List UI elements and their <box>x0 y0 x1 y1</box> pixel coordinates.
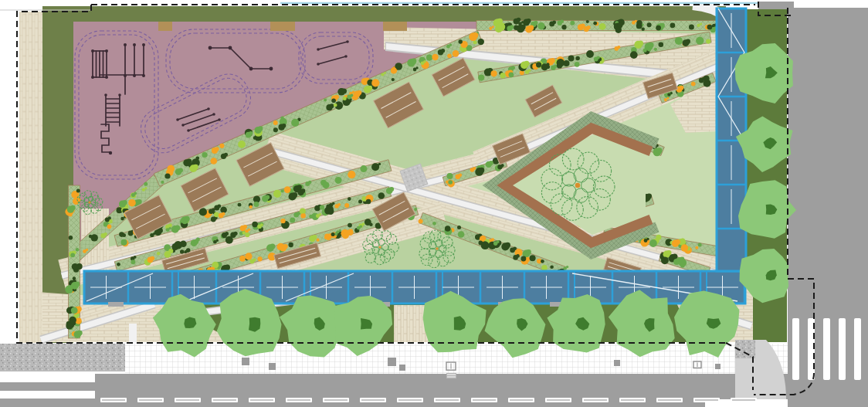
shrub-blob <box>473 32 478 38</box>
shrub-blob <box>292 192 297 198</box>
lane-dash-inner <box>361 399 385 400</box>
stippled-sidewalk <box>0 344 125 371</box>
shrub-blob <box>224 153 228 157</box>
shrub-blob <box>222 212 225 216</box>
shrub-blob <box>656 235 661 240</box>
furniture-solid <box>242 358 249 365</box>
shrub-blob <box>347 229 353 236</box>
shrub-blob <box>186 248 191 253</box>
shrub-blob <box>550 265 554 269</box>
shrub-blob <box>541 265 547 270</box>
shrub-blob <box>371 79 379 86</box>
shrub-blob <box>686 39 690 44</box>
shrub-blob <box>706 39 710 44</box>
shrub-blob <box>670 92 673 94</box>
furniture-solid <box>614 360 620 366</box>
shrub-blob <box>258 256 263 261</box>
shrub-blob <box>441 49 445 53</box>
shrub-blob <box>702 77 706 81</box>
furniture-solid <box>269 363 276 370</box>
shrub-blob <box>312 214 314 216</box>
shrub-blob <box>457 226 461 229</box>
shrub-blob <box>646 47 649 50</box>
shrub-blob <box>331 99 336 103</box>
shrub-blob <box>348 197 351 201</box>
shrub-blob <box>599 23 606 30</box>
shrub-blob <box>142 188 145 191</box>
shrub-blob <box>134 192 137 195</box>
shrub-blob <box>550 58 554 63</box>
shrub-blob <box>630 51 638 59</box>
shrub-blob <box>642 28 645 31</box>
shrub-blob <box>128 199 136 207</box>
shrub-blob <box>357 90 361 95</box>
lane-dash-inner <box>324 399 348 400</box>
shrub-blob <box>308 181 311 184</box>
furniture-solid <box>388 358 396 366</box>
shrub-blob <box>157 252 160 255</box>
shrub-blob <box>86 249 88 251</box>
shrub-blob <box>185 216 190 222</box>
shrub-blob <box>389 187 394 192</box>
shrub-blob <box>194 239 198 244</box>
shrub-blob <box>447 54 452 59</box>
shrub-blob <box>491 238 494 241</box>
shrub-blob <box>593 22 597 25</box>
shrub-blob <box>248 229 250 231</box>
shrub-blob <box>536 62 541 67</box>
lane-dash-inner <box>695 399 718 400</box>
shrub-blob <box>175 243 180 247</box>
shrub-blob <box>225 265 230 270</box>
shrub-blob <box>289 243 293 247</box>
entry-pad <box>158 22 172 31</box>
shrub-blob <box>358 200 362 204</box>
shrub-blob <box>144 187 147 189</box>
spring-toy-end <box>109 151 112 154</box>
shrub-blob <box>158 228 163 233</box>
crosswalk-bar <box>854 318 861 380</box>
shrub-blob <box>245 253 252 259</box>
shrub-blob <box>137 199 142 205</box>
shrub-blob <box>568 56 575 62</box>
shrub-blob <box>557 63 562 68</box>
shrub-blob <box>384 72 386 74</box>
shrub-blob <box>331 232 335 236</box>
shrub-blob <box>366 199 371 204</box>
shrub-blob <box>546 63 549 66</box>
lane-dash-inner <box>398 399 422 400</box>
shrub-blob <box>300 213 305 218</box>
sketch-trunk <box>378 246 381 248</box>
shrub-blob <box>332 202 335 205</box>
lane-dash-inner <box>473 399 496 400</box>
shrub-blob <box>537 22 544 29</box>
shrub-blob <box>334 232 337 236</box>
shrub-blob <box>233 232 237 236</box>
shrub-blob <box>529 25 534 31</box>
shrub-blob <box>344 203 349 208</box>
shrub-blob <box>679 259 687 266</box>
furniture-striped <box>446 373 456 378</box>
shrub-blob <box>69 236 73 240</box>
lane-dash-inner <box>658 399 681 400</box>
lane-dash-inner <box>584 399 607 400</box>
shrub-blob <box>378 192 385 199</box>
shrub-blob <box>180 249 184 253</box>
shrub-blob <box>211 158 218 164</box>
shrub-blob <box>320 205 324 209</box>
shrub-blob <box>291 119 299 127</box>
shrub-blob <box>423 60 426 63</box>
shrub-blob <box>513 246 517 250</box>
shrub-blob <box>120 239 127 246</box>
west-road-lane <box>0 382 95 391</box>
shrub-blob <box>552 21 556 25</box>
shrub-blob <box>161 181 164 184</box>
shrub-blob <box>381 73 384 76</box>
shrub-blob <box>350 94 353 97</box>
shrub-blob <box>680 86 684 90</box>
shrub-blob <box>343 97 347 100</box>
west-road-lane <box>0 399 95 407</box>
shrub-blob <box>76 314 80 317</box>
crosswalk-bar <box>792 318 799 380</box>
shrub-blob <box>243 225 247 229</box>
shrub-blob <box>215 147 219 151</box>
